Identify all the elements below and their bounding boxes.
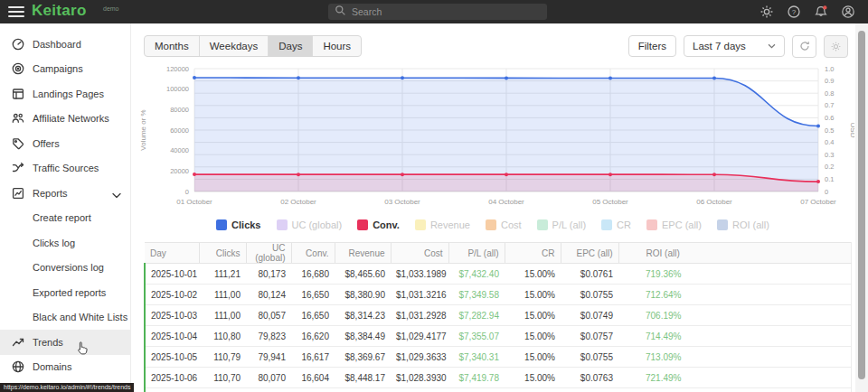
date-range-select[interactable]: Last 7 days bbox=[684, 35, 785, 57]
legend-item-clicks[interactable]: Clicks bbox=[216, 219, 260, 230]
sidebar-item-affiliate-networks[interactable]: Affiliate Networks bbox=[0, 107, 130, 132]
target-icon bbox=[11, 61, 25, 76]
sidebar-item-domains[interactable]: Domains bbox=[0, 355, 130, 380]
sidebar-item-traffic-sources[interactable]: Traffic Sources bbox=[0, 156, 130, 182]
scrollbar-thumb[interactable] bbox=[858, 31, 865, 379]
sidebar-item-campaigns[interactable]: Campaigns bbox=[0, 57, 130, 82]
column-header[interactable]: ROI (all) bbox=[618, 243, 851, 264]
svg-text:04 October: 04 October bbox=[488, 198, 524, 206]
legend-item-p-l-all[interactable]: P/L (all) bbox=[537, 219, 587, 230]
cell: $7,355.07 bbox=[448, 326, 505, 347]
sidebar-item-label: Campaigns bbox=[33, 63, 83, 74]
cell: 111,00 bbox=[199, 305, 246, 326]
cell: 2025-10-02 bbox=[145, 285, 199, 305]
main-content: Months Weekdays Days Hours Filters Last … bbox=[131, 23, 855, 392]
tab-months[interactable]: Months bbox=[145, 36, 200, 56]
cell: $8,380.90 bbox=[335, 285, 391, 305]
cell: 2025-10-06 bbox=[145, 368, 199, 388]
sidebar-item-conversions-log[interactable]: Conversions log bbox=[0, 256, 130, 281]
column-header[interactable]: Revenue bbox=[335, 243, 391, 264]
column-header[interactable]: P/L (all) bbox=[448, 243, 505, 264]
toolbar: Months Weekdays Days Hours Filters Last … bbox=[144, 34, 848, 58]
legend-label: Conv. bbox=[373, 219, 400, 230]
sidebar-item-clicks-log[interactable]: Clicks log bbox=[0, 230, 130, 256]
tab-days[interactable]: Days bbox=[269, 36, 313, 56]
sidebar-item-label: Offers bbox=[33, 138, 60, 149]
legend-item-conv[interactable]: Conv. bbox=[357, 219, 400, 230]
table-row: 2025-10-04110,8079,82316,620$8,384.49$1,… bbox=[145, 326, 851, 347]
search-input[interactable] bbox=[352, 6, 541, 17]
svg-text:0.8: 0.8 bbox=[825, 89, 834, 98]
sidebar-item-reports[interactable]: Reports bbox=[0, 181, 130, 206]
filters-button[interactable]: Filters bbox=[628, 35, 676, 57]
sidebar-item-create-report[interactable]: Create report bbox=[0, 206, 130, 231]
settings-gear-icon[interactable] bbox=[760, 5, 774, 19]
account-icon[interactable] bbox=[841, 5, 855, 19]
search-bar[interactable] bbox=[328, 4, 547, 20]
traffic-split-icon bbox=[11, 161, 25, 175]
svg-text:0: 0 bbox=[185, 188, 189, 196]
column-header[interactable]: Cost bbox=[391, 243, 448, 264]
cell: 16,680 bbox=[291, 264, 335, 285]
tag-icon bbox=[11, 136, 25, 151]
sidebar-item-trends[interactable]: Trends bbox=[0, 330, 130, 355]
cell: 15.00% bbox=[505, 368, 561, 388]
column-header[interactable]: Day bbox=[145, 243, 199, 264]
svg-text:0.9: 0.9 bbox=[825, 77, 834, 85]
legend-item-uc-global[interactable]: UC (global) bbox=[277, 219, 343, 230]
sidebar-item-label: Domains bbox=[33, 361, 71, 372]
sidebar-item-offers[interactable]: Offers bbox=[0, 131, 130, 156]
legend-item-epc-all[interactable]: EPC (all) bbox=[646, 219, 702, 230]
chart-settings-button[interactable] bbox=[824, 35, 848, 58]
legend-item-revenue[interactable]: Revenue bbox=[415, 219, 470, 230]
cell: 713.09% bbox=[618, 347, 851, 368]
sidebar-item-exported-reports[interactable]: Exported reports bbox=[0, 280, 130, 305]
column-header[interactable]: EPC (all) bbox=[561, 243, 618, 264]
table-row: 2025-10-03111,0080,05716,650$8,314.23$1,… bbox=[145, 305, 851, 326]
sidebar-item-dashboard[interactable]: Dashboard bbox=[0, 32, 130, 57]
cell: $7,432.40 bbox=[448, 264, 505, 285]
legend-item-cr[interactable]: CR bbox=[601, 219, 631, 230]
cell: 16,617 bbox=[291, 347, 335, 368]
legend-swatch bbox=[717, 219, 728, 230]
vertical-scrollbar[interactable] bbox=[855, 23, 868, 392]
keitaro-trends-page: Keitaro demo ? bbox=[0, 0, 868, 392]
cell: $8,465.60 bbox=[335, 264, 391, 285]
cell: $7,340.31 bbox=[448, 347, 505, 368]
cell: $1,028.3930 bbox=[391, 368, 448, 388]
keitaro-logo[interactable]: Keitaro bbox=[32, 2, 87, 20]
column-header[interactable]: Clicks bbox=[199, 243, 246, 264]
sidebar-item-landings-pages[interactable]: Landings Pages bbox=[0, 81, 130, 107]
legend-swatch bbox=[486, 219, 496, 230]
cell: 2025-10-05 bbox=[145, 347, 199, 368]
legend-item-cost[interactable]: Cost bbox=[486, 219, 522, 230]
cell: 712.64% bbox=[618, 285, 851, 305]
sidebar: Dashboard Campaigns Landings Pages Affil… bbox=[0, 23, 131, 392]
menu-icon[interactable] bbox=[8, 5, 24, 18]
cell: 2025-10-04 bbox=[145, 326, 199, 347]
tab-weekdays[interactable]: Weekdays bbox=[200, 36, 269, 56]
notifications-bell-icon[interactable] bbox=[814, 5, 828, 19]
help-icon[interactable]: ? bbox=[787, 5, 801, 19]
column-header[interactable]: UC (global) bbox=[246, 243, 291, 264]
cell: 111,21 bbox=[199, 264, 246, 285]
sidebar-item-black-and-white-lists[interactable]: Black and White Lists bbox=[0, 305, 130, 331]
cell: $0.0757 bbox=[561, 326, 618, 347]
legend-swatch bbox=[357, 219, 368, 230]
chart-legend: ClicksUC (global)Conv.RevenueCostP/L (al… bbox=[131, 217, 854, 233]
cell: 79,941 bbox=[246, 347, 291, 368]
tab-hours[interactable]: Hours bbox=[313, 36, 361, 56]
svg-text:0.5: 0.5 bbox=[825, 126, 834, 135]
legend-item-roi-all[interactable]: ROI (all) bbox=[717, 219, 769, 230]
cell: 80,070 bbox=[246, 368, 291, 388]
cell: 79,823 bbox=[246, 326, 291, 347]
column-header[interactable]: CR bbox=[505, 243, 561, 264]
cell: 714.49% bbox=[618, 326, 851, 347]
gear-icon bbox=[830, 41, 842, 52]
cell: $0.0763 bbox=[561, 368, 618, 388]
trends-table-container: DayClicksUC (global)Conv.RevenueCostP/L … bbox=[144, 242, 850, 392]
refresh-button[interactable] bbox=[792, 35, 816, 58]
column-header[interactable]: Conv. bbox=[291, 243, 335, 264]
svg-text:0.4: 0.4 bbox=[825, 138, 834, 146]
chevron-down-icon bbox=[768, 43, 776, 49]
